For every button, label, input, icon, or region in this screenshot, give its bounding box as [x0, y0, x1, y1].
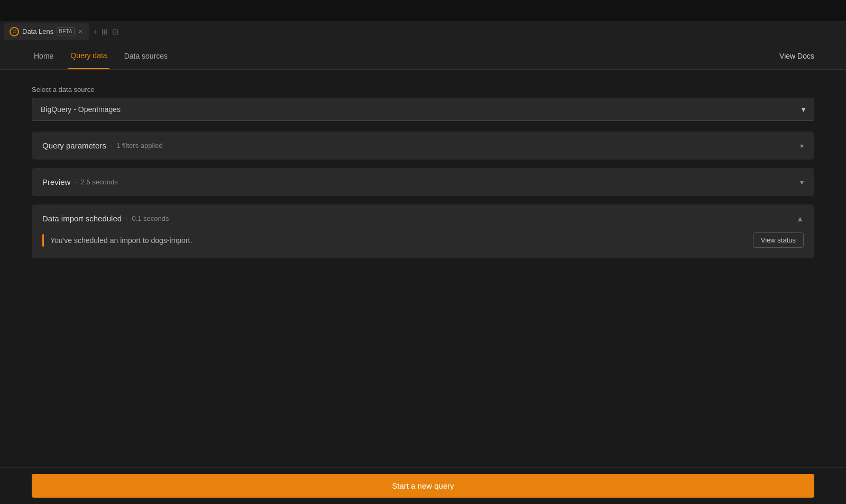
data-import-body: You've scheduled an import to dogs-impor…: [32, 232, 814, 258]
preview-section: Preview · 2.5 seconds ▾: [32, 168, 814, 196]
preview-header-left: Preview · 2.5 seconds: [42, 178, 118, 186]
preview-header[interactable]: Preview · 2.5 seconds ▾: [32, 168, 814, 196]
preview-chevron: ▾: [800, 178, 804, 186]
tab-label: Data Lens: [22, 27, 53, 35]
top-bar: [0, 0, 846, 21]
split-view-button[interactable]: ⊞: [102, 27, 108, 36]
datasource-selected: BigQuery - OpenImages: [41, 105, 121, 114]
import-message: You've scheduled an import to dogs-impor…: [50, 236, 192, 245]
query-parameters-header[interactable]: Query parameters · 1 filters applied ▾: [32, 132, 814, 160]
tab-beta-badge: BETA: [57, 27, 74, 35]
menu-button[interactable]: ⊟: [112, 27, 118, 36]
view-docs-button[interactable]: View Docs: [779, 52, 814, 60]
datasource-dropdown[interactable]: BigQuery - OpenImages ▾: [32, 98, 814, 121]
data-import-chevron: ▲: [796, 214, 804, 223]
nav-data-sources[interactable]: Data sources: [122, 42, 170, 69]
main-content: Select a data source BigQuery - OpenImag…: [0, 70, 846, 504]
preview-meta: 2.5 seconds: [81, 178, 118, 186]
data-import-section: Data import scheduled · 0.1 seconds ▲ Yo…: [32, 204, 814, 258]
data-import-header[interactable]: Data import scheduled · 0.1 seconds ▲: [32, 204, 814, 232]
tab-close-button[interactable]: ×: [78, 27, 84, 36]
datasource-label: Select a data source: [32, 86, 814, 94]
data-lens-tab[interactable]: ◎ Data Lens BETA ×: [4, 23, 89, 40]
data-import-title: Data import scheduled: [42, 214, 122, 223]
data-import-meta: 0.1 seconds: [132, 214, 169, 222]
add-tab-button[interactable]: +: [93, 27, 97, 36]
import-notification: You've scheduled an import to dogs-impor…: [42, 232, 804, 248]
nav-links: Home Query data Data sources: [32, 42, 170, 69]
nav-bar: Home Query data Data sources View Docs: [0, 42, 846, 70]
query-parameters-title: Query parameters: [42, 141, 106, 150]
tab-controls: + ⊞ ⊟: [93, 27, 118, 36]
query-parameters-section: Query parameters · 1 filters applied ▾: [32, 132, 814, 160]
start-new-query-button[interactable]: Start a new query: [32, 474, 814, 498]
data-import-header-left: Data import scheduled · 0.1 seconds: [42, 214, 169, 223]
import-notification-text: You've scheduled an import to dogs-impor…: [42, 234, 192, 247]
preview-title: Preview: [42, 178, 70, 186]
bottom-bar: Start a new query: [0, 467, 846, 504]
dropdown-arrow-icon: ▾: [802, 105, 805, 114]
query-parameters-dot: ·: [111, 142, 112, 150]
query-parameters-header-left: Query parameters · 1 filters applied: [42, 141, 163, 150]
nav-home[interactable]: Home: [32, 42, 56, 69]
import-left-border: [42, 234, 44, 247]
preview-dot: ·: [75, 179, 76, 186]
query-parameters-chevron: ▾: [800, 142, 804, 150]
tab-bar: ◎ Data Lens BETA × + ⊞ ⊟: [0, 21, 846, 42]
view-status-button[interactable]: View status: [753, 232, 804, 248]
query-parameters-meta: 1 filters applied: [116, 142, 162, 150]
data-lens-icon: ◎: [10, 27, 19, 36]
nav-query-data[interactable]: Query data: [68, 42, 109, 69]
data-import-dot: ·: [126, 215, 127, 222]
